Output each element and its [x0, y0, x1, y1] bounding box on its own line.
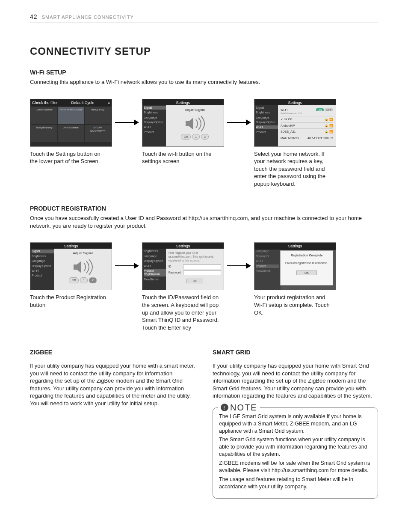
- label: MAC Address :: [281, 136, 301, 140]
- page-header: 42 SMART APPLIANCE CONNECTIVITY: [30, 13, 378, 23]
- network-item: ✓ mLGE: [281, 117, 293, 121]
- id-input: [183, 265, 221, 269]
- label: Check the filter: [32, 100, 58, 105]
- cycle-cell: Perm. Press Casual: [58, 107, 84, 124]
- note-p2: The Smart Grid system functions when you…: [219, 436, 372, 458]
- signal-button: 2: [201, 134, 209, 140]
- label: Default Cycle: [71, 100, 95, 105]
- arrow-icon: [112, 242, 142, 289]
- zigbee-section: ZIGBEE If your utility company has equip…: [30, 348, 195, 498]
- reg-step-3: Settings LanguageDisplay O.Wi-FiProductF…: [254, 242, 336, 316]
- exclamation-icon: !: [221, 404, 228, 411]
- signal-button: Off: [181, 134, 191, 140]
- wifi-step-2: Settings Signal Brightness Language Disp…: [142, 99, 224, 165]
- reg-step-2: Settings Brightness Language Display Opt…: [142, 242, 224, 331]
- arrow-icon: [112, 99, 142, 146]
- side-item: Brightness: [144, 111, 167, 114]
- side-item: Display Option: [256, 121, 279, 124]
- reg-step-1: Settings Signal Brightness Language Disp…: [30, 242, 112, 309]
- wifi-step3-caption: Select your home network. If your networ…: [254, 150, 336, 188]
- network-item: AndroidAP: [281, 124, 295, 128]
- cycle-cell: Bulky/Bedding: [31, 125, 57, 142]
- svg-marker-1: [134, 119, 139, 125]
- side-item: Language: [144, 255, 167, 258]
- lock-icon: 🔒 📶: [325, 130, 333, 134]
- page-number: 42: [30, 13, 38, 20]
- screenshot-settings-reg1: Settings Signal Brightness Language Disp…: [30, 242, 112, 290]
- signal-button: 1: [80, 277, 88, 283]
- zigbee-body: If your utility company has equipped you…: [30, 362, 195, 407]
- svg-marker-5: [74, 261, 81, 273]
- screenshot-settings-reg3: Settings LanguageDisplay O.Wi-FiProductF…: [254, 242, 336, 290]
- product-reg-steps: Settings Signal Brightness Language Disp…: [30, 242, 378, 331]
- reg-step2-caption: Touch the ID/Password field on the scree…: [142, 294, 224, 331]
- side-item: Language: [256, 116, 279, 119]
- menu-icon: ≡: [108, 100, 110, 105]
- screenshot-settings-signal: Settings Signal Brightness Language Disp…: [142, 99, 224, 147]
- signal-button: 1: [192, 134, 200, 140]
- ok-button: OK: [296, 270, 317, 275]
- side-item: Display Option: [144, 259, 167, 263]
- arrow-icon: [224, 99, 254, 146]
- side-item: Brightness: [256, 111, 279, 114]
- note-p1: The LGE Smart Grid system is only availa…: [219, 413, 372, 435]
- side-item: Display Option: [144, 121, 167, 124]
- product-reg-heading: PRODUCT REGISTRATION: [30, 205, 378, 213]
- note-label: NOTE: [230, 402, 257, 413]
- cycle-cell: Heavy Duty: [85, 107, 111, 124]
- cycle-cell: Anti Bacterial: [58, 125, 84, 142]
- side-item: Signal: [144, 106, 167, 110]
- wifi-step1-caption: Touch the Settings button on the lower p…: [30, 150, 112, 165]
- side-item: FlowSense: [144, 278, 167, 281]
- smartgrid-body: If your utility company has equipped you…: [213, 362, 378, 400]
- note-p4: The usage and features relating to Smart…: [219, 476, 372, 490]
- cycle-cell: STEAM SANITARY™: [85, 125, 111, 142]
- label: Product registration is complete.: [283, 261, 330, 265]
- lock-icon: 🔒 📶: [325, 124, 333, 128]
- side-item: Brightness: [32, 255, 55, 258]
- label: Password: [169, 271, 183, 275]
- side-item: Product Registration: [144, 269, 167, 276]
- wifi-step-1: Check the filter Default Cycle ≡ Cotton/…: [30, 99, 112, 165]
- product-reg-intro: Once you have successfully created a Use…: [30, 214, 378, 229]
- lock-icon: 🔒 📶: [325, 117, 333, 121]
- network-item: SDSS_A31: [281, 130, 296, 134]
- side-item: Product: [144, 131, 167, 134]
- chapter-title: SMART APPLIANCE CONNECTIVITY: [42, 15, 134, 20]
- smartgrid-heading: SMART GRID: [213, 348, 378, 357]
- page-title: CONNECTIVITY SETUP: [30, 45, 378, 58]
- signal-button: 2: [89, 277, 97, 283]
- wifi-heading: Wi-Fi SETUP: [30, 68, 378, 77]
- label: Wi-Fi: [281, 108, 287, 112]
- svg-marker-2: [186, 118, 193, 130]
- cycle-cell: Cotton/Normal: [31, 107, 57, 124]
- reg-step1-caption: Touch the Product Registration button: [30, 294, 112, 309]
- svg-marker-9: [246, 263, 251, 269]
- svg-marker-4: [246, 119, 251, 125]
- arrow-icon: [224, 242, 254, 289]
- screenshot-default-cycle: Check the filter Default Cycle ≡ Cotton/…: [30, 99, 112, 147]
- password-input: [183, 270, 221, 275]
- label: 48:5A:FC:F0:00:E5: [307, 136, 333, 140]
- label: Registration Complete: [283, 253, 330, 257]
- label: First Register your ID at us.smartthinq.…: [169, 251, 221, 262]
- side-item: Product: [256, 131, 279, 134]
- side-item: Wi-Fi: [144, 125, 167, 129]
- note-box: ! NOTE The LGE Smart Grid system is only…: [213, 407, 378, 499]
- side-item: Language: [32, 259, 55, 263]
- side-item: Product: [32, 274, 55, 277]
- note-p3: ZIGBEE modems will be for sale when the …: [219, 460, 372, 474]
- side-item: Signal: [32, 250, 55, 253]
- side-item: Brightness: [144, 250, 167, 253]
- smartgrid-section: SMART GRID If your utility company has e…: [213, 348, 378, 498]
- reg-step3-caption: Your product registration and Wi-Fi setu…: [254, 294, 336, 316]
- side-item: Wi-Fi: [32, 269, 55, 273]
- toggle-off: OFF: [325, 108, 333, 111]
- side-item: Display Option: [32, 265, 55, 268]
- side-item: Wi-Fi: [144, 265, 167, 268]
- side-item: Signal: [256, 106, 279, 110]
- wifi-step-3: Settings Signal Brightness Language Disp…: [254, 99, 336, 188]
- zigbee-heading: ZIGBEE: [30, 348, 195, 357]
- wifi-intro: Connecting this appliance to a Wi-Fi net…: [30, 78, 378, 86]
- wifi-step2-caption: Touch the wi-fi button on the settings s…: [142, 150, 224, 165]
